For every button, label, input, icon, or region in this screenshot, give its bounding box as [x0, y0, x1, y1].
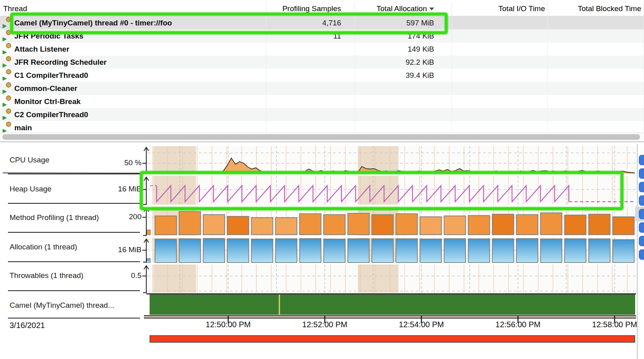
- column-header-total-blocked-time[interactable]: Total Blocked Time: [548, 2, 644, 16]
- table-row-2[interactable]: ⚙▶Attach Listener149 KiB: [0, 42, 644, 56]
- lane-tick-label-1: 16 MiB: [94, 185, 142, 194]
- gear-icon: ⚙: [6, 82, 12, 89]
- thread-icon: ⚙▶: [2, 18, 13, 28]
- cell-samples: [266, 56, 355, 69]
- thread-icon: ⚙▶: [2, 97, 13, 107]
- gear-icon: ⚙: [6, 16, 12, 23]
- table-row-6[interactable]: ⚙▶Monitor Ctrl-Break: [0, 95, 644, 108]
- cell-blocked: [548, 95, 644, 108]
- lane-button-2[interactable]: [639, 182, 644, 192]
- cell-blocked: [548, 108, 644, 121]
- cell-samples: [266, 42, 355, 56]
- sort-desc-icon: [429, 8, 434, 10]
- thread-icon: ⚙▶: [2, 31, 13, 41]
- lane-button-0[interactable]: [639, 155, 644, 165]
- cell-allocation: 149 KiB: [355, 42, 452, 56]
- thread-name: JFR Recording Scheduler: [14, 56, 107, 69]
- cell-blocked: [548, 42, 644, 56]
- table-horizontal-scrollbar[interactable]: [0, 133, 644, 141]
- lane-button-7[interactable]: [639, 249, 644, 260]
- lane-button-5[interactable]: [639, 222, 644, 233]
- table-row-3[interactable]: ⚙▶JFR Recording Scheduler92.2 KiB: [0, 56, 644, 69]
- table-row-5[interactable]: ⚙▶Common-Cleaner: [0, 82, 644, 95]
- column-header-total-i-o-time[interactable]: Total I/O Time: [452, 2, 548, 16]
- cell-samples: [266, 95, 355, 108]
- table-row-0[interactable]: ⚙▶Camel (MyTinyCamel) thread #0 - timer:…: [0, 16, 644, 29]
- table-row-8[interactable]: ⚙▶main: [0, 121, 644, 132]
- column-header-total-allocation[interactable]: Total Allocation: [355, 2, 452, 16]
- cell-blocked: [548, 69, 644, 82]
- time-tick-label-1: 12:52:00 PM: [291, 320, 359, 329]
- thread-icon: ⚙▶: [2, 123, 13, 133]
- time-tick-label-4: 12:58:00 PM: [581, 320, 637, 329]
- gear-icon: ⚙: [6, 69, 12, 75]
- cell-io: [452, 56, 548, 69]
- gear-icon: ⚙: [6, 56, 12, 62]
- lane-label-5: Camel (MyTinyCamel) thread...: [10, 301, 141, 311]
- cell-io: [452, 108, 548, 121]
- lane-tick-label-4: 0.5: [94, 271, 142, 281]
- thread-table-header: ThreadProfiling SamplesTotal AllocationT…: [0, 2, 644, 16]
- lane-button-1[interactable]: [639, 168, 644, 179]
- running-triangle-icon: ▶: [3, 115, 6, 120]
- gear-icon: ⚙: [6, 95, 12, 102]
- cell-allocation: [355, 82, 452, 95]
- cell-blocked: [548, 121, 644, 132]
- table-row-7[interactable]: ⚙▶C2 CompilerThread0: [0, 108, 644, 121]
- time-range-bar[interactable]: [150, 336, 635, 342]
- lane-tick-label-0: 50 %: [94, 158, 142, 168]
- running-triangle-icon: ▶: [3, 23, 6, 28]
- cell-io: [452, 69, 548, 82]
- table-row-1[interactable]: ⚙▶JFR Periodic Tasks11174 KiB: [0, 29, 644, 42]
- lane-button-3[interactable]: [639, 195, 644, 206]
- cell-samples: [266, 82, 355, 95]
- lane-separator: [8, 203, 140, 204]
- cell-io: [452, 82, 548, 95]
- lane-separator: [8, 174, 140, 174]
- running-triangle-icon: ▶: [3, 76, 6, 81]
- running-triangle-icon: ▶: [3, 128, 6, 133]
- cell-samples: 4,716: [266, 16, 355, 29]
- cell-blocked: [548, 56, 644, 69]
- thread-icon: ⚙▶: [2, 44, 13, 54]
- thread-icon: ⚙▶: [2, 110, 13, 120]
- time-tick-label-3: 12:56:00 PM: [484, 320, 552, 329]
- lane-separator: [8, 318, 140, 318]
- cell-samples: 11: [266, 29, 355, 42]
- thread-name: C2 CompilerThread0: [14, 108, 88, 121]
- cell-blocked: [548, 82, 644, 95]
- lane-separator: [8, 232, 140, 233]
- cell-io: [452, 42, 548, 56]
- column-header-profiling-samples[interactable]: Profiling Samples: [266, 2, 355, 16]
- thread-name: Camel (MyTinyCamel) thread #0 - timer://…: [14, 16, 172, 29]
- column-header-thread[interactable]: Thread: [0, 2, 266, 16]
- thread-name: C1 CompilerThread0: [14, 69, 88, 82]
- thread-table-body: ⚙▶Camel (MyTinyCamel) thread #0 - timer:…: [0, 16, 644, 132]
- cell-io: [452, 121, 548, 132]
- cell-allocation: [355, 121, 452, 132]
- thread-name: main: [14, 121, 32, 132]
- cell-blocked: [548, 29, 644, 42]
- thread-name: Common-Cleaner: [14, 82, 77, 95]
- thread-name: Attach Listener: [14, 42, 69, 56]
- lane-button-6[interactable]: [639, 236, 644, 246]
- cell-io: [452, 16, 548, 29]
- cell-io: [452, 95, 548, 108]
- lane-button-4[interactable]: [639, 209, 644, 219]
- scrollbar-thumb[interactable]: [2, 134, 640, 140]
- gear-icon: ⚙: [6, 29, 12, 36]
- cell-allocation: [355, 108, 452, 121]
- thread-name: JFR Periodic Tasks: [14, 29, 83, 42]
- timeline-panel[interactable]: CPU Usage50 %Heap Usage16 MiBMethod Prof…: [0, 142, 644, 359]
- time-axis-labels: 12:50:00 PM12:52:00 PM12:54:00 PM12:56:0…: [0, 320, 637, 332]
- cell-samples: [266, 108, 355, 121]
- lane-separator: [8, 290, 140, 291]
- running-triangle-icon: ▶: [3, 89, 6, 94]
- cell-allocation: 174 KiB: [355, 29, 452, 42]
- running-triangle-icon: ▶: [3, 102, 6, 107]
- thread-icon: ⚙▶: [2, 57, 13, 68]
- lane-separator: [8, 261, 140, 262]
- cell-io: [452, 29, 548, 42]
- lane-tick-label-3: 16 MiB: [94, 245, 142, 255]
- table-row-4[interactable]: ⚙▶C1 CompilerThread039.4 KiB: [0, 69, 644, 82]
